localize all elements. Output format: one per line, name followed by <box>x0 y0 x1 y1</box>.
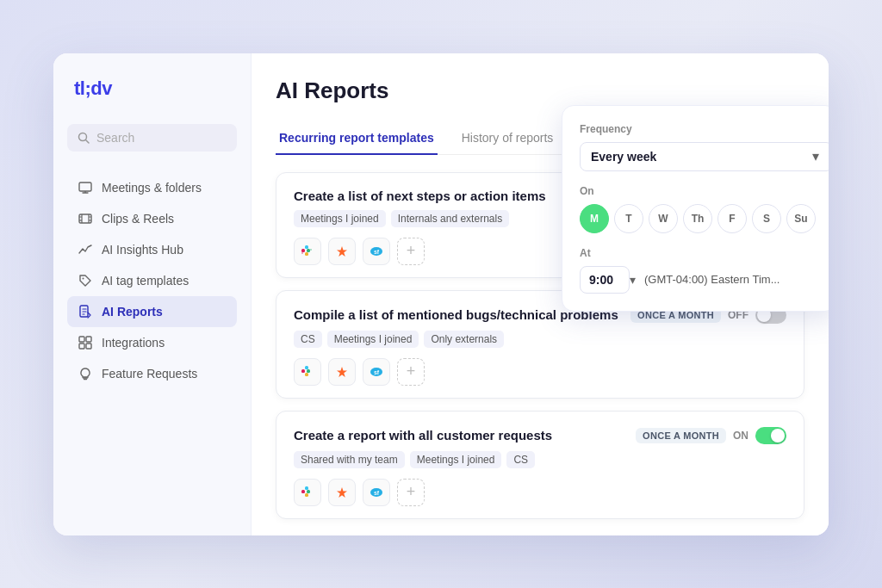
meta-tag: Meetings I joined <box>327 331 419 348</box>
grid-icon <box>78 335 93 350</box>
main-content: AI Reports Recurring report templates Hi… <box>252 53 829 535</box>
salesforce-icon[interactable]: sf <box>363 238 390 265</box>
report-card-3-meta: Shared with my team Meetings I joined CS <box>294 451 786 468</box>
zapier-icon[interactable] <box>328 479 356 506</box>
salesforce-icon[interactable]: sf <box>363 358 390 386</box>
sidebar-item-feature-requests-label: Feature Requests <box>102 367 197 381</box>
sidebar-item-meetings[interactable]: Meetings & folders <box>67 172 237 203</box>
sidebar-item-clips-label: Clips & Reels <box>102 212 174 226</box>
tab-history[interactable]: History of reports <box>458 122 557 155</box>
search-box[interactable]: Search <box>67 124 237 152</box>
search-label: Search <box>96 131 134 145</box>
svg-rect-23 <box>301 249 305 252</box>
svg-rect-37 <box>301 490 305 493</box>
report-card-3-controls: ONCE A MONTH on <box>636 427 786 444</box>
sidebar-item-clips[interactable]: Clips & Reels <box>67 203 237 234</box>
zapier-icon[interactable] <box>328 358 356 386</box>
time-select[interactable]: 9:00 10:00 8:00 <box>580 266 630 294</box>
add-integration-button-2[interactable]: + <box>397 358 425 386</box>
add-integration-button-1[interactable]: + <box>397 238 425 265</box>
sidebar-item-ai-tags-label: AI tag templates <box>102 274 189 288</box>
svg-rect-24 <box>305 245 308 249</box>
sidebar: tl;dv Search Meetings <box>53 53 252 535</box>
sidebar-item-integrations[interactable]: Integrations <box>67 327 237 358</box>
day-btn-f[interactable]: F <box>717 204 747 233</box>
report-card-3-header: Create a report with all customer reques… <box>294 427 786 444</box>
report-card-3-integrations: sf + <box>294 479 786 506</box>
sidebar-item-insights[interactable]: AI Insights Hub <box>67 234 237 265</box>
sidebar-item-ai-reports-label: AI Reports <box>102 305 163 319</box>
svg-rect-19 <box>79 344 84 349</box>
svg-rect-40 <box>305 493 308 497</box>
svg-rect-39 <box>307 490 310 493</box>
report-card-1-title: Create a list of next steps or action it… <box>294 189 546 203</box>
search-icon <box>78 132 90 144</box>
tab-recurring[interactable]: Recurring report templates <box>276 122 438 155</box>
svg-rect-20 <box>86 344 91 349</box>
timezone-label: (GMT-04:00) Eastern Tim... <box>644 273 780 286</box>
chart-icon <box>78 242 93 257</box>
svg-rect-27 <box>301 252 303 254</box>
page-title: AI Reports <box>276 77 804 104</box>
day-btn-th[interactable]: Th <box>683 204 712 233</box>
app-container: tl;dv Search Meetings <box>53 53 829 535</box>
time-select-wrap: 9:00 10:00 8:00 ▾ <box>580 266 636 294</box>
add-integration-button-3[interactable]: + <box>397 479 425 506</box>
toggle-3[interactable] <box>755 427 786 444</box>
sidebar-item-meetings-label: Meetings & folders <box>102 181 202 195</box>
meta-tag: CS <box>506 451 535 468</box>
logo: tl;dv <box>67 77 237 100</box>
sidebar-item-integrations-label: Integrations <box>102 336 165 350</box>
report-card-3: Create a report with all customer reques… <box>276 411 804 519</box>
svg-rect-28 <box>310 249 312 251</box>
slack-icon[interactable] <box>294 238 321 265</box>
svg-rect-18 <box>86 337 91 342</box>
svg-text:sf: sf <box>374 249 380 255</box>
svg-rect-38 <box>305 486 308 490</box>
zapier-icon[interactable] <box>328 238 356 265</box>
slack-icon[interactable] <box>294 358 321 386</box>
sidebar-item-ai-reports[interactable]: AI Reports <box>67 296 237 327</box>
svg-rect-26 <box>305 252 308 256</box>
sidebar-item-ai-tags[interactable]: AI tag templates <box>67 265 237 296</box>
svg-text:sf: sf <box>374 369 380 375</box>
meta-tag: Internals and externals <box>391 210 509 227</box>
sidebar-item-feature-requests[interactable]: Feature Requests <box>67 358 237 389</box>
slack-icon[interactable] <box>294 479 321 506</box>
sidebar-item-insights-label: AI Insights Hub <box>102 243 183 257</box>
svg-rect-34 <box>305 373 308 376</box>
tag-icon <box>78 273 93 288</box>
at-label: At <box>580 247 819 259</box>
frequency-badge-3: ONCE A MONTH <box>636 428 726 443</box>
day-btn-s[interactable]: S <box>752 204 781 233</box>
meta-tag: Only externals <box>424 331 504 348</box>
svg-rect-25 <box>307 249 310 252</box>
day-btn-m[interactable]: M <box>580 204 609 233</box>
sidebar-nav: Meetings & folders Clips & Reels <box>67 172 237 389</box>
toggle-knob-3 <box>771 429 785 443</box>
day-btn-t[interactable]: T <box>614 204 643 233</box>
svg-text:sf: sf <box>374 490 380 496</box>
svg-point-12 <box>83 277 84 279</box>
on-label: On <box>580 185 819 197</box>
svg-line-1 <box>86 139 90 143</box>
monitor-icon <box>78 180 93 195</box>
frequency-select[interactable]: Every week Every day Every month <box>580 142 829 171</box>
frequency-popup-label: Frequency <box>580 123 819 135</box>
day-selector: M T W Th F S Su <box>580 204 819 233</box>
svg-rect-5 <box>79 214 91 223</box>
time-row: 9:00 10:00 8:00 ▾ (GMT-04:00) Eastern Ti… <box>580 266 819 294</box>
salesforce-icon[interactable]: sf <box>363 479 390 506</box>
svg-rect-2 <box>79 183 91 191</box>
report-card-3-title: Create a report with all customer reques… <box>294 428 552 443</box>
meta-tag: Meetings I joined <box>410 451 502 468</box>
day-btn-su[interactable]: Su <box>786 204 816 233</box>
lightbulb-icon <box>78 366 93 381</box>
film-icon <box>78 211 93 226</box>
day-btn-w[interactable]: W <box>649 204 678 233</box>
svg-rect-32 <box>305 366 308 369</box>
report-card-2-meta: CS Meetings I joined Only externals <box>294 331 786 348</box>
report-card-2-integrations: sf + <box>294 358 786 386</box>
report-icon <box>78 304 93 319</box>
svg-rect-31 <box>301 369 305 373</box>
